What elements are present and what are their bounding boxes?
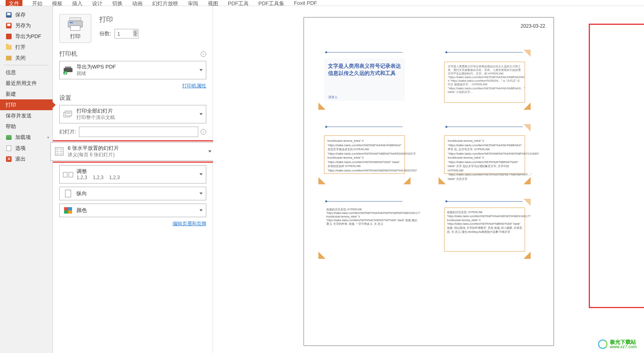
exit-icon: ✕ [6, 156, 12, 162]
sidebar-save-as[interactable]: 另存为 [0, 20, 52, 31]
slides-all-icon [63, 109, 73, 119]
sidebar-info[interactable]: 信息 [0, 67, 52, 78]
printer-icon [67, 17, 83, 31]
sidebar-exit[interactable]: ✕退出 [0, 153, 52, 164]
info-icon[interactable]: i [201, 51, 206, 57]
spinner-down-icon[interactable]: ▾ [133, 33, 137, 36]
sidebar-save[interactable]: 保存 [0, 9, 52, 20]
print-settings-panel: 打印 打印 份数: 1 ▴▾ 打印机i 导出为WPS PDF就绪 打印机属性 设… [53, 6, 213, 353]
svg-rect-0 [70, 18, 81, 21]
slides-input[interactable] [79, 127, 198, 137]
sidebar-print[interactable]: 打印 [0, 99, 52, 110]
preview-slide-6: 改版的汉语意指: HYPERLINK "https://baike.baidu.… [439, 199, 531, 259]
print-button[interactable]: 打印 [59, 14, 91, 43]
svg-rect-9 [66, 112, 71, 113]
preview-slide-4: fromModule=lemma_inlink" \t "https://bai… [439, 124, 531, 184]
preview-page: 2023-03-22 文字是人类用表义符号记录表达信息以传之久远的方式和工具 演… [304, 17, 554, 346]
preview-slide-2: 文字是人类用表义符号记录表达信息以传之久远的方式和工具。现代文字多数都从语言、字… [439, 50, 531, 110]
svg-rect-10 [66, 113, 71, 114]
color-dropdown[interactable]: 颜色 [59, 204, 206, 217]
sidebar-save-send[interactable]: 保存并发送 [0, 110, 52, 121]
handout-6-icon [54, 146, 64, 157]
sidebar-new[interactable]: 新建 [0, 89, 52, 99]
preview-slide-5: 改版的汉语意指: HYPERLINK "https://baike.baidu.… [318, 199, 411, 259]
orientation-dropdown[interactable]: 纵向 [59, 187, 206, 200]
copies-label: 份数: [99, 30, 111, 37]
portrait-icon [63, 188, 73, 199]
ribbon-tab[interactable]: Foxit PDF [294, 0, 317, 6]
copies-spinner[interactable]: 1 ▴▾ [115, 29, 139, 38]
watermark: 极光下载站www.xz7.com [598, 339, 637, 349]
svg-rect-2 [70, 26, 80, 30]
print-preview-area: 2023-03-22 文字是人类用表义符号记录表达信息以传之久远的方式和工具 演… [213, 6, 644, 353]
ribbon-tab-file[interactable]: 文件 [6, 0, 22, 6]
sidebar-recent[interactable]: 最近所用文件 [0, 78, 52, 89]
printer-properties-link[interactable]: 打印机属性 [59, 83, 206, 89]
printer-ready-icon [63, 65, 73, 75]
chevron-down-icon [208, 151, 211, 153]
preview-slide-1: 文字是人类用表义符号记录表达信息以传之久远的方式和工具 演讲人 [318, 50, 411, 110]
chevron-down-icon [199, 173, 203, 175]
sidebar-options[interactable]: 选项 [0, 143, 52, 153]
svg-rect-16 [56, 153, 59, 155]
svg-rect-19 [69, 172, 73, 177]
collate-icon [63, 169, 73, 180]
chevron-down-icon [199, 210, 203, 212]
info-icon[interactable]: i [201, 129, 206, 135]
print-title: 打印 [99, 15, 139, 24]
print-range-dropdown[interactable]: 打印全部幻灯片打印整个演示文稿 [59, 105, 206, 123]
sidebar-addins[interactable]: 加载项▾ [0, 132, 52, 143]
watermark-logo-icon [598, 339, 608, 349]
collate-dropdown[interactable]: 调整1,2,31,2,31,2,3 [59, 165, 206, 184]
layout-dropdown[interactable]: 6 张水平放置的幻灯片讲义(每页 6 张幻灯片) [50, 142, 215, 161]
open-icon [6, 44, 12, 50]
preview-slide-3: fromModule=lemma_inlink" \t "https://bai… [318, 124, 411, 184]
ribbon-tabs: 文件 开始 模板 插入 设计 切换 动画 幻灯片放映 审阅 视图 PDF工具 P… [0, 0, 644, 6]
addins-icon [6, 134, 12, 141]
pdf-icon [6, 33, 12, 40]
spinner-up-icon[interactable]: ▴ [133, 30, 137, 33]
slides-label: 幻灯片: [59, 128, 76, 135]
backstage-sidebar: 保存 另存为 导出为PDF 打开 关闭 信息 最近所用文件 新建 打印 保存并发… [0, 6, 53, 353]
preview-highlight-box [589, 24, 644, 308]
options-icon [6, 145, 12, 151]
svg-rect-13 [60, 148, 62, 150]
printer-section-label: 打印机i [59, 50, 206, 58]
svg-rect-3 [70, 22, 73, 23]
preview-date: 2023-03-22 [521, 23, 545, 29]
sidebar-export-pdf[interactable]: 导出为PDF [0, 31, 52, 42]
edit-header-footer-link[interactable]: 编辑页眉和页脚 [59, 220, 206, 227]
svg-rect-17 [60, 153, 62, 155]
svg-rect-14 [56, 151, 59, 152]
settings-section-label: 设置 [59, 94, 206, 102]
sidebar-close[interactable]: 关闭 [0, 52, 52, 63]
save-as-icon [6, 22, 12, 29]
svg-rect-15 [60, 151, 62, 152]
chevron-down-icon: ▾ [47, 135, 49, 139]
chevron-down-icon [199, 69, 203, 71]
chevron-down-icon [199, 113, 203, 115]
sidebar-help[interactable]: 帮助 [0, 121, 52, 132]
printer-dropdown[interactable]: 导出为WPS PDF就绪 [59, 61, 206, 79]
close-icon [6, 55, 12, 61]
svg-rect-18 [63, 172, 67, 177]
save-icon [6, 12, 12, 18]
sidebar-open[interactable]: 打开 [0, 42, 52, 52]
color-icon [63, 205, 73, 216]
svg-rect-5 [65, 67, 71, 68]
highlight-layout-row: 6 张水平放置的幻灯片讲义(每页 6 张幻灯片) [48, 140, 217, 163]
chevron-down-icon [199, 193, 203, 195]
svg-rect-12 [56, 148, 59, 150]
